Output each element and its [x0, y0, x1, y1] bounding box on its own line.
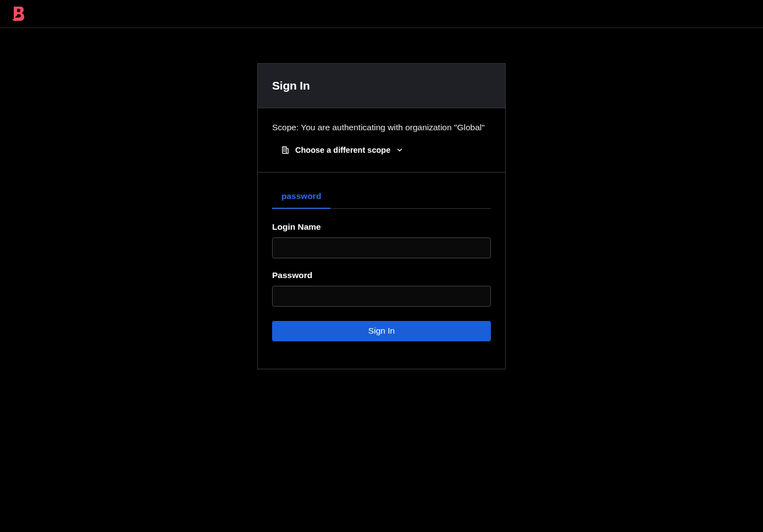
brand-logo[interactable] [11, 6, 26, 21]
choose-scope-button[interactable]: Choose a different scope [272, 145, 406, 156]
auth-tabs: password [272, 187, 491, 209]
signin-card: Sign In Scope: You are authenticating wi… [257, 63, 506, 369]
login-name-group: Login Name [272, 222, 491, 258]
logo-b-icon [12, 5, 26, 22]
chevron-down-icon [396, 146, 403, 154]
svg-rect-1 [14, 20, 15, 21]
card-header: Sign In [258, 64, 505, 108]
tab-password[interactable]: password [272, 187, 330, 209]
signin-button[interactable]: Sign In [272, 321, 491, 341]
choose-scope-label: Choose a different scope [295, 146, 390, 154]
svg-rect-0 [13, 19, 14, 20]
main-content: Sign In Scope: You are authenticating wi… [0, 28, 763, 369]
top-bar [0, 0, 763, 28]
password-input[interactable] [272, 286, 491, 307]
password-label: Password [272, 270, 491, 280]
login-name-input[interactable] [272, 237, 491, 258]
login-name-label: Login Name [272, 222, 491, 232]
building-icon [281, 146, 290, 154]
form-section: password Login Name Password Sign In [258, 173, 505, 369]
svg-rect-2 [283, 147, 286, 153]
password-group: Password [272, 270, 491, 307]
scope-section: Scope: You are authenticating with organ… [258, 108, 505, 173]
card-title: Sign In [272, 79, 491, 92]
scope-text: Scope: You are authenticating with organ… [272, 121, 491, 134]
